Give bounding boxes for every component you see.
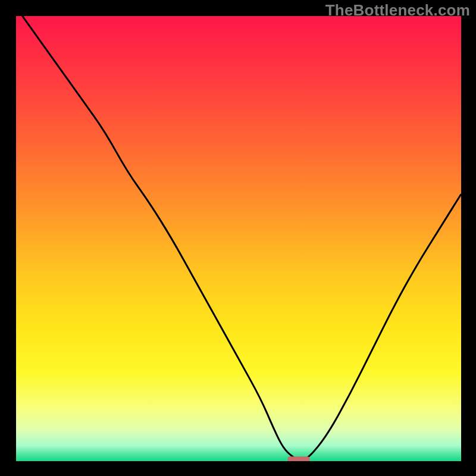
chart-plot-area bbox=[16, 16, 461, 461]
chart-background bbox=[16, 16, 461, 461]
optimum-marker bbox=[287, 456, 309, 461]
chart-frame: TheBottleneck.com bbox=[0, 0, 476, 476]
chart-svg bbox=[16, 16, 461, 461]
